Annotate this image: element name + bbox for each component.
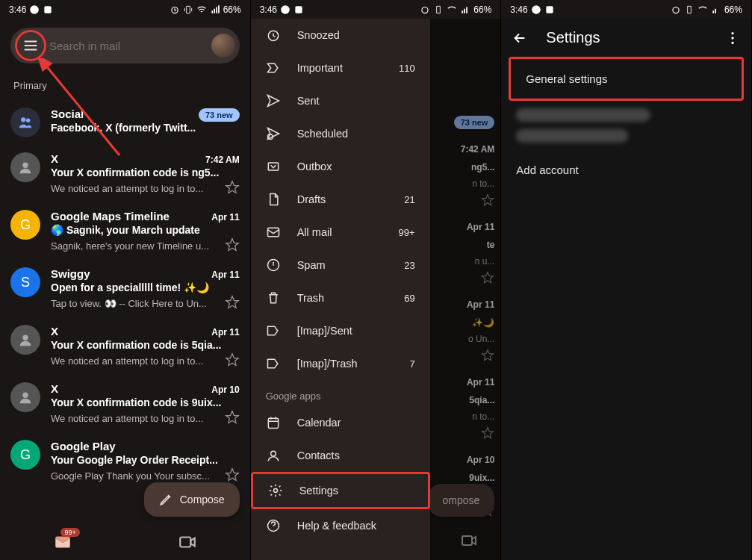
email-time: Apr 11 [211,270,239,280]
sender-name: X [51,325,58,337]
email-preview: We noticed an attempt to log in to... [51,355,203,367]
svg-point-27 [731,37,733,39]
drawer-item-snoozed[interactable]: Snoozed [251,19,430,52]
signal-icon [210,4,220,15]
drawer-item-spam[interactable]: Spam 23 [251,249,430,281]
drawer-item-imapsent[interactable]: [Imap]/Sent [251,314,430,347]
sender-avatar: S [10,267,40,297]
svg-rect-9 [180,537,190,547]
app-icon [544,4,555,15]
app-icon [293,4,304,15]
drawer-count: 110 [399,63,415,74]
drawer-item-imaptrash[interactable]: [Imap]/Trash 7 [251,347,430,380]
contacts-icon [266,448,281,463]
star-icon[interactable] [481,349,494,362]
svg-rect-24 [546,6,553,13]
social-category[interactable]: Social 73 new Facebook, X (formerly Twit… [0,100,250,145]
account-email-2[interactable] [516,129,628,143]
vibrate-icon [684,4,694,15]
wifi-icon [447,4,457,15]
email-subject: Your Google Play Order Receipt... [51,454,218,466]
spam-icon [266,258,281,273]
svg-point-26 [731,31,733,34]
email-time: Apr 11 [211,212,239,223]
general-settings-item[interactable]: General settings [509,57,744,101]
sent-icon [266,93,281,108]
drawer-item-allmail[interactable]: All mail 99+ [251,216,430,249]
important-icon [266,60,281,75]
alarm-icon [420,4,430,15]
battery-pct: 66% [473,4,491,15]
snooze-icon [266,28,281,43]
more-icon[interactable] [724,30,741,46]
star-icon[interactable] [481,426,494,440]
compose-button-bg[interactable]: ompose [428,484,495,517]
email-item[interactable]: X 7:42 AM Your X confirmation code is ng… [0,145,250,202]
sender-name: X [51,152,58,165]
drawer-item-sent[interactable]: Sent [251,84,430,117]
drawer-item-important[interactable]: Important 110 [251,52,430,84]
svg-point-6 [22,163,28,168]
drawer-label: Calendar [297,417,415,429]
drawer-settings[interactable]: Settings [251,472,430,509]
drawer-help[interactable]: Help & feedback [251,509,430,542]
whatsapp-icon [29,4,40,15]
drawer-count: 21 [404,194,414,205]
drawer-item-outbox[interactable]: Outbox [251,150,430,183]
sender-avatar [10,382,40,412]
email-item[interactable]: X Apr 10 Your X confirmation code is 9ui… [0,375,250,432]
star-icon[interactable] [481,271,494,284]
label-icon [266,356,281,371]
alarm-icon [170,4,180,15]
calendar-icon [266,415,281,430]
compose-button[interactable]: Compose [144,482,240,517]
inbox-screen: 3:46 66% Primary Social [0,0,251,560]
app-icon [43,4,53,15]
star-icon[interactable] [225,467,240,482]
trash-icon [266,290,281,305]
drawer-count: 7 [409,358,414,370]
drawer-item-scheduled[interactable]: Scheduled [251,117,430,150]
outbox-icon [266,159,281,174]
drawer-app-calendar[interactable]: Calendar [251,406,430,439]
drawer-count: 99+ [399,227,415,238]
svg-rect-17 [267,228,279,237]
drawer-item-trash[interactable]: Trash 69 [251,281,430,314]
star-icon[interactable] [225,237,240,252]
svg-rect-11 [295,6,302,13]
svg-point-4 [21,117,25,122]
drawer-count: 23 [404,260,414,271]
drawer-screen: 3:46 66% 73 new 7:42 AM ng5...n to... Ap… [251,0,502,560]
scheduled-icon [266,126,281,141]
svg-rect-19 [268,418,278,428]
nav-mail[interactable]: 99+ [53,532,72,555]
vibrate-icon [433,4,444,15]
email-subject: 🌎 Sagnik, your March update [51,224,200,236]
back-icon[interactable] [512,30,528,46]
drawer-app-contacts[interactable]: Contacts [251,439,430,472]
add-account-item[interactable]: Add account [501,150,751,190]
star-icon[interactable] [225,295,240,310]
account-avatar[interactable] [211,34,235,57]
settings-header: Settings [501,19,751,57]
svg-rect-13 [462,536,472,545]
email-item[interactable]: S Swiggy Apr 11 Open for a specialllll t… [0,260,250,317]
drawer-label: Contacts [297,449,415,461]
dimmed-background[interactable]: 73 new 7:42 AM ng5...n to... Apr 11 ten … [430,19,501,560]
search-bar[interactable] [10,28,240,63]
star-icon[interactable] [481,193,494,207]
star-icon[interactable] [225,410,240,425]
email-item[interactable]: G Google Play Your Google Play Order Rec… [0,432,250,490]
menu-icon[interactable] [22,37,39,54]
social-badge: 73 new [199,108,240,122]
account-email-1[interactable] [516,108,650,122]
drawer-item-drafts[interactable]: Drafts 21 [251,183,430,216]
email-item[interactable]: G Google Maps Timeline Apr 11 🌎 Sagnik, … [0,202,250,260]
video-icon[interactable] [460,532,478,550]
star-icon[interactable] [225,180,240,195]
search-input[interactable] [49,40,202,52]
email-item[interactable]: X Apr 11 Your X confirmation code is 5qi… [0,317,250,375]
nav-meet[interactable] [178,532,197,555]
drawer-label: Important [297,62,382,74]
star-icon[interactable] [225,352,240,367]
